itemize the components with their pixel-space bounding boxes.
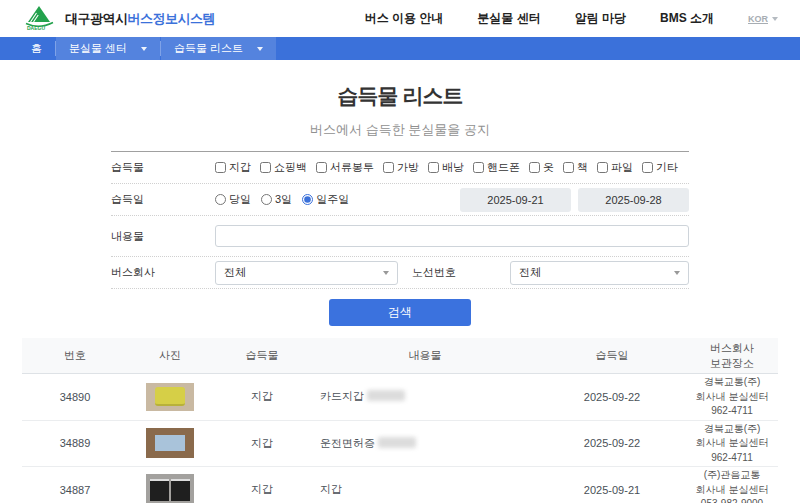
item-category: 지갑 — [212, 420, 312, 467]
breadcrumb-found-list-dropdown[interactable]: 습득물 리스트 — [161, 37, 276, 60]
radio-one-week[interactable]: 일주일 — [302, 192, 349, 207]
col-header-company: 버스회사 보관장소 — [686, 338, 778, 374]
found-date: 2025-09-22 — [538, 374, 686, 421]
checkbox-bag[interactable]: 가방 — [383, 160, 419, 175]
search-form: 습득물 지갑 쇼핑백 서류봉투 가방 배낭 핸드폰 옷 책 파일 기타 습득일 … — [111, 151, 689, 326]
checkbox-file-input[interactable] — [597, 162, 608, 173]
found-date: 2025-09-22 — [538, 420, 686, 467]
item-contents: 카드지갑 — [312, 374, 538, 421]
radio-3-days-input[interactable] — [261, 194, 272, 205]
date-range-radio-group: 당일 3일 일주일 — [215, 192, 349, 207]
page-subtitle: 버스에서 습득한 분실물을 공지 — [0, 121, 800, 139]
checkbox-book-input[interactable] — [563, 162, 574, 173]
col-header-item: 습득물 — [212, 338, 312, 374]
language-switcher[interactable]: KOR — [748, 14, 778, 24]
checkbox-file[interactable]: 파일 — [597, 160, 633, 175]
redacted-text — [378, 437, 416, 448]
checkbox-etc[interactable]: 기타 — [642, 160, 678, 175]
menu-bms-intro[interactable]: BMS 소개 — [660, 10, 714, 27]
table-row[interactable]: 34887 지갑 지갑 2025-09-21 (주)관음교통 회사내 분실센터 … — [22, 467, 778, 503]
date-pickers: 2025-09-21 2025-09-28 — [460, 188, 689, 212]
col-header-number: 번호 — [22, 338, 128, 374]
item-category: 지갑 — [212, 374, 312, 421]
company-storage: (주)관음교통 회사내 분실센터 053-982-9000 — [686, 467, 778, 503]
checkbox-phone-input[interactable] — [473, 162, 484, 173]
table-row[interactable]: 34889 지갑 운전면허증 2025-09-22 경북교통(주) 회사내 분실… — [22, 420, 778, 467]
checkbox-document-envelope[interactable]: 서류봉투 — [316, 160, 374, 175]
black-wallet-photo[interactable] — [146, 474, 194, 503]
chevron-down-icon — [141, 47, 147, 51]
form-row-item-type: 습득물 지갑 쇼핑백 서류봉투 가방 배낭 핸드폰 옷 책 파일 기타 — [111, 152, 689, 184]
form-row-company-route: 버스회사 전체 노선번호 전체 — [111, 257, 689, 289]
top-menu: 버스 이용 안내 분실물 센터 알림 마당 BMS 소개 KOR — [365, 10, 778, 27]
item-number: 34887 — [22, 467, 128, 503]
chevron-down-icon — [674, 271, 680, 275]
checkbox-shopping-bag[interactable]: 쇼핑백 — [260, 160, 307, 175]
checkbox-wallet-input[interactable] — [215, 162, 226, 173]
chevron-down-icon — [383, 271, 389, 275]
checkbox-shopping-bag-input[interactable] — [260, 162, 271, 173]
site-title: 대구광역시버스정보시스템 — [65, 10, 215, 28]
page-title: 습득물 리스트 — [0, 82, 800, 110]
form-row-contents: 내용물 — [111, 216, 689, 257]
svg-text:DAEGU: DAEGU — [27, 24, 45, 30]
form-row-found-date: 습득일 당일 3일 일주일 2025-09-21 2025-09-28 — [111, 184, 689, 216]
yellow-wallet-photo[interactable] — [146, 383, 194, 411]
checkbox-backpack[interactable]: 배낭 — [428, 160, 464, 175]
item-contents: 지갑 — [312, 467, 538, 503]
found-date: 2025-09-21 — [538, 467, 686, 503]
date-to-picker[interactable]: 2025-09-28 — [578, 188, 689, 212]
radio-same-day-input[interactable] — [215, 194, 226, 205]
item-contents: 운전면허증 — [312, 420, 538, 467]
checkbox-clothes[interactable]: 옷 — [529, 160, 554, 175]
checkbox-clothes-input[interactable] — [529, 162, 540, 173]
item-number: 34890 — [22, 374, 128, 421]
breadcrumb-bar: 홈 분실물 센터 습득물 리스트 — [0, 37, 800, 60]
daegu-mountain-logo-icon: DAEGU — [22, 3, 58, 35]
found-items-table: 번호 사진 습득물 내용물 습득일 버스회사 보관장소 34890 지갑 카드지… — [22, 338, 778, 503]
item-category: 지갑 — [212, 467, 312, 503]
radio-one-week-input[interactable] — [302, 194, 313, 205]
company-storage: 경북교통(주) 회사내 분실센터 962-4711 — [686, 374, 778, 421]
breadcrumb-home[interactable]: 홈 — [18, 37, 55, 60]
contents-label: 내용물 — [111, 229, 215, 244]
checkbox-etc-input[interactable] — [642, 162, 653, 173]
company-storage: 경북교통(주) 회사내 분실센터 962-4711 — [686, 420, 778, 467]
table-row[interactable]: 34890 지갑 카드지갑 2025-09-22 경북교통(주) 회사내 분실센… — [22, 374, 778, 421]
checkbox-wallet[interactable]: 지갑 — [215, 160, 251, 175]
menu-notice[interactable]: 알림 마당 — [575, 10, 626, 27]
redacted-text — [367, 390, 405, 401]
site-logo[interactable]: DAEGU 대구광역시버스정보시스템 — [22, 3, 215, 35]
col-header-contents: 내용물 — [312, 338, 538, 374]
item-number: 34889 — [22, 420, 128, 467]
radio-3-days[interactable]: 3일 — [261, 192, 292, 207]
bus-company-select[interactable]: 전체 — [215, 261, 398, 285]
menu-lost-center[interactable]: 분실물 센터 — [477, 10, 540, 27]
site-header: DAEGU 대구광역시버스정보시스템 버스 이용 안내 분실물 센터 알림 마당… — [0, 0, 800, 37]
chevron-down-icon — [772, 17, 778, 21]
checkbox-bag-input[interactable] — [383, 162, 394, 173]
search-button-row: 검색 — [111, 299, 689, 326]
checkbox-phone[interactable]: 핸드폰 — [473, 160, 520, 175]
menu-bus-guide[interactable]: 버스 이용 안내 — [365, 10, 444, 27]
date-from-picker[interactable]: 2025-09-21 — [460, 188, 571, 212]
checkbox-backpack-input[interactable] — [428, 162, 439, 173]
language-label: KOR — [748, 14, 768, 24]
item-type-label: 습득물 — [111, 160, 215, 175]
col-header-date: 습득일 — [538, 338, 686, 374]
route-number-label: 노선번호 — [412, 265, 456, 280]
breadcrumb-lost-center-dropdown[interactable]: 분실물 센터 — [56, 37, 160, 60]
search-button[interactable]: 검색 — [329, 299, 471, 326]
checkbox-document-envelope-input[interactable] — [316, 162, 327, 173]
chevron-down-icon — [257, 47, 263, 51]
radio-same-day[interactable]: 당일 — [215, 192, 251, 207]
found-date-label: 습득일 — [111, 192, 215, 207]
item-type-checkbox-group: 지갑 쇼핑백 서류봉투 가방 배낭 핸드폰 옷 책 파일 기타 — [215, 160, 678, 175]
col-header-photo: 사진 — [128, 338, 212, 374]
checkbox-book[interactable]: 책 — [563, 160, 588, 175]
contents-input[interactable] — [215, 225, 689, 247]
blue-card-photo[interactable] — [146, 428, 194, 458]
route-number-select[interactable]: 전체 — [510, 261, 689, 285]
table-header-row: 번호 사진 습득물 내용물 습득일 버스회사 보관장소 — [22, 338, 778, 374]
bus-company-label: 버스회사 — [111, 265, 215, 280]
